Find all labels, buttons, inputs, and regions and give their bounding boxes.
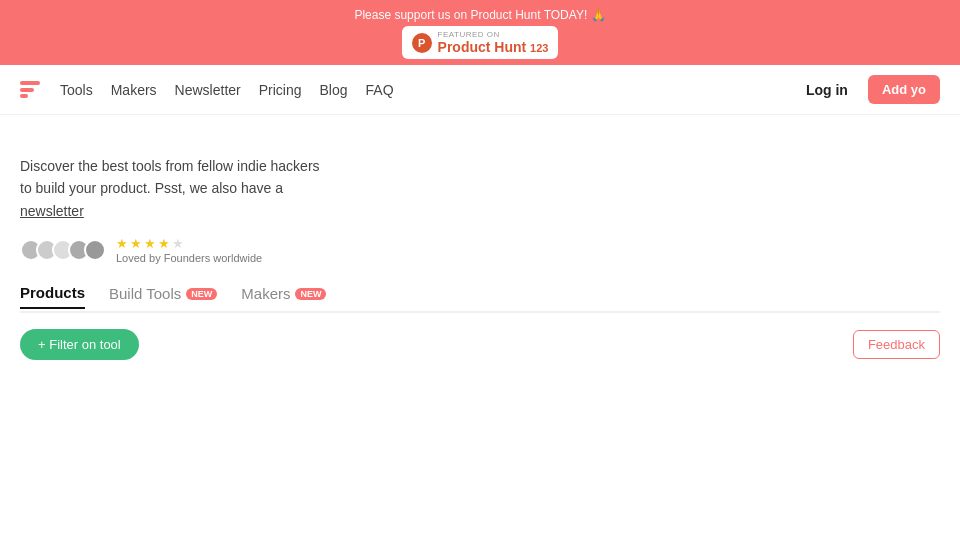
star-1: ★ xyxy=(116,236,128,251)
feedback-button[interactable]: Feedback xyxy=(853,330,940,359)
star-5: ★ xyxy=(172,236,184,251)
newsletter-link[interactable]: newsletter xyxy=(20,203,84,219)
stars: ★ ★ ★ ★ ★ xyxy=(116,236,184,251)
ph-badge-text: FEATURED ON Product Hunt 123 xyxy=(438,30,549,55)
tab-build-tools[interactable]: Build Tools NEW xyxy=(109,285,217,308)
ph-logo: P xyxy=(412,33,432,53)
product-hunt-badge[interactable]: P FEATURED ON Product Hunt 123 xyxy=(402,26,559,59)
nav-links: Tools Makers Newsletter Pricing Blog FAQ xyxy=(60,82,786,98)
login-link[interactable]: Log in xyxy=(806,82,848,98)
tab-products[interactable]: Products xyxy=(20,284,85,309)
social-proof: ★ ★ ★ ★ ★ Loved by Founders worldwide xyxy=(20,236,940,264)
star-4: ★ xyxy=(158,236,170,251)
loved-by: Loved by Founders worldwide xyxy=(116,252,262,264)
nav-makers[interactable]: Makers xyxy=(111,82,157,98)
nav-pricing[interactable]: Pricing xyxy=(259,82,302,98)
stars-section: ★ ★ ★ ★ ★ Loved by Founders worldwide xyxy=(116,236,262,264)
tab-makers[interactable]: Makers NEW xyxy=(241,285,326,308)
navbar: Tools Makers Newsletter Pricing Blog FAQ… xyxy=(0,65,960,115)
main-content: Discover the best tools from fellow indi… xyxy=(0,115,960,380)
avatar xyxy=(84,239,106,261)
nav-newsletter[interactable]: Newsletter xyxy=(175,82,241,98)
nav-faq[interactable]: FAQ xyxy=(366,82,394,98)
star-2: ★ xyxy=(130,236,142,251)
filter-button[interactable]: + Filter on tool xyxy=(20,329,139,360)
star-3: ★ xyxy=(144,236,156,251)
banner-text: Please support us on Product Hunt TODAY!… xyxy=(354,8,605,22)
avatars xyxy=(20,239,106,261)
nav-blog[interactable]: Blog xyxy=(320,82,348,98)
tabs: Products Build Tools NEW Makers NEW xyxy=(20,284,940,313)
filter-row: + Filter on tool Feedback xyxy=(20,329,940,360)
ph-product-hunt-text: Product Hunt 123 xyxy=(438,39,549,55)
build-tools-badge: NEW xyxy=(186,288,217,300)
hero-text: Discover the best tools from fellow indi… xyxy=(20,155,320,222)
top-banner: Please support us on Product Hunt TODAY!… xyxy=(0,0,960,65)
makers-badge: NEW xyxy=(295,288,326,300)
nav-tools[interactable]: Tools xyxy=(60,82,93,98)
logo[interactable] xyxy=(20,81,40,98)
add-button[interactable]: Add yo xyxy=(868,75,940,104)
ph-featured-label: FEATURED ON xyxy=(438,30,500,39)
ph-number: 123 xyxy=(530,42,548,54)
